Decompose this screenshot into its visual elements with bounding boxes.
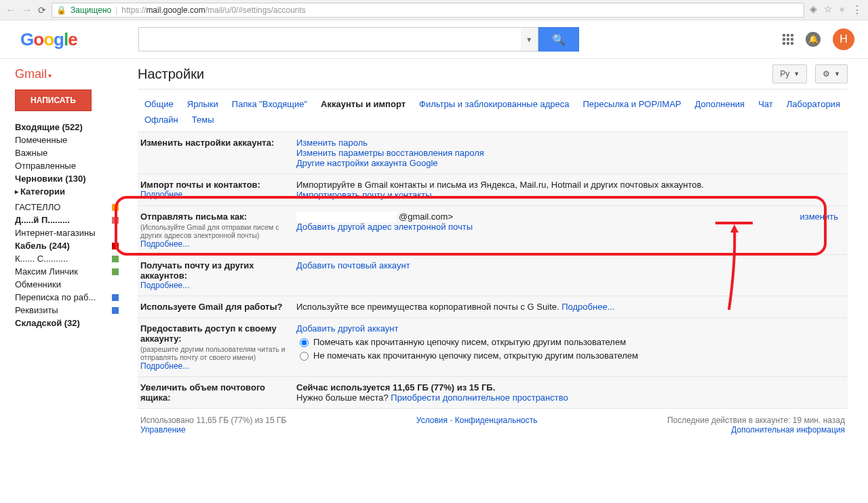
footer: Использовано 11,65 ГБ (77%) из 15 ГБ Упр…	[138, 409, 848, 441]
link-buy-storage[interactable]: Приобрести дополнительное пространство	[391, 393, 568, 403]
row-send-as: Отправлять письма как: (Используйте Gmai…	[138, 206, 848, 255]
back-icon[interactable]: ←	[5, 4, 16, 16]
sidebar-label-item[interactable]: Интернет-магазины	[15, 226, 119, 239]
sidebar-nav-item[interactable]: Черновики (130)	[15, 172, 119, 185]
sidebar-label-item[interactable]: Обменники	[15, 278, 119, 291]
link-add-mail-account[interactable]: Добавить почтовый аккаунт	[296, 260, 845, 270]
sidebar-label-item[interactable]: Складской (32)	[15, 317, 119, 329]
url-text: https://mail.google.com/mail/u/0/#settin…	[121, 5, 305, 15]
tab-0[interactable]: Общие	[138, 96, 180, 112]
radio-not-mark-read[interactable]	[300, 352, 309, 361]
sidebar-nav-item[interactable]: Категории	[15, 185, 119, 198]
omnibox[interactable]: 🔒 Защищено | https://mail.google.com/mai…	[52, 3, 804, 18]
search-dropdown-icon[interactable]: ▼	[521, 27, 538, 52]
label-color-icon	[112, 294, 119, 301]
caret-down-icon: ▾	[48, 72, 52, 79]
star-icon[interactable]: ☆	[824, 3, 833, 16]
reload-icon[interactable]: ⟳	[38, 5, 46, 16]
sidebar-nav-item[interactable]: Отправленные	[15, 159, 119, 172]
lock-icon: 🔒	[56, 5, 66, 15]
label-color-icon	[112, 204, 119, 211]
footer-activity: Последние действия в аккаунте: 19 мин. н…	[667, 416, 845, 425]
link-change-password[interactable]: Изменить пароль	[296, 138, 845, 148]
sendas-email: ████████████████ @gmail.com>	[296, 212, 453, 222]
extension-icon[interactable]: ◈	[810, 3, 817, 16]
link-getmail-more[interactable]: Подробнее...	[140, 281, 290, 290]
label-color-icon	[112, 268, 119, 275]
row-storage: Увеличить объем почтового ящика: Сейчас …	[138, 377, 848, 409]
settings-content: Настройки Ру▼ ⚙▼ ОбщиеЯрлыкиПапка "Входя…	[119, 59, 868, 441]
tab-4[interactable]: Фильтры и заблокированные адреса	[412, 96, 576, 112]
sidebar-label-item[interactable]: ГАСТЕЛЛО	[15, 201, 119, 214]
apps-icon[interactable]	[783, 34, 793, 45]
sidebar-nav-item[interactable]: Входящие (522)	[15, 121, 119, 134]
link-other-google-settings[interactable]: Другие настройки аккаунта Google	[296, 158, 845, 168]
link-import-mail[interactable]: Импортировать почту и контакты	[296, 190, 845, 200]
link-recovery-settings[interactable]: Изменить параметры восстановления пароля	[296, 148, 845, 158]
link-add-another-account[interactable]: Добавить другой аккаунт	[296, 323, 845, 334]
link-terms[interactable]: Условия	[416, 416, 448, 425]
sidebar-label-item[interactable]: Максим Линчик	[15, 265, 119, 278]
link-manage-storage[interactable]: Управление	[140, 425, 186, 435]
gmail-logo[interactable]: Gmail▾	[15, 67, 119, 81]
row-grant-access: Предоставить доступ к своему аккаунту: (…	[138, 318, 848, 377]
label-color-icon	[112, 307, 119, 314]
sidebar-label-item[interactable]: Д.....й П.........	[15, 214, 119, 226]
settings-tabs: ОбщиеЯрлыкиПапка "Входящие"Аккаунты и им…	[138, 89, 848, 127]
profile-icon[interactable]: ●	[840, 3, 845, 16]
radio-mark-read[interactable]	[300, 338, 309, 347]
search-button[interactable]: 🔍	[538, 27, 579, 52]
search-box: ▼ 🔍	[138, 27, 579, 52]
label-color-icon	[112, 243, 119, 249]
gear-icon: ⚙	[823, 69, 830, 79]
kebab-menu-icon[interactable]: ⋮	[852, 3, 863, 16]
search-icon: 🔍	[552, 33, 566, 46]
tab-2[interactable]: Папка "Входящие"	[225, 96, 314, 112]
tab-3[interactable]: Аккаунты и импорт	[314, 96, 412, 112]
tab-7[interactable]: Чат	[751, 96, 780, 112]
link-sendas-more[interactable]: Подробнее...	[140, 239, 290, 249]
search-input[interactable]	[138, 27, 521, 52]
settings-gear-button[interactable]: ⚙▼	[815, 64, 848, 83]
settings-body: Изменить настройки аккаунта: Изменить па…	[138, 132, 848, 409]
sidebar-label-item[interactable]: Кабель (244)	[15, 239, 119, 252]
link-activity-details[interactable]: Дополнительная информация	[731, 425, 845, 435]
page-title: Настройки	[138, 66, 204, 82]
sidebar: Gmail▾ НАПИСАТЬ Входящие (522)Помеченные…	[0, 59, 119, 441]
label-color-icon	[112, 217, 119, 224]
label-color-icon	[112, 256, 119, 262]
language-selector[interactable]: Ру▼	[772, 64, 807, 83]
tab-8[interactable]: Лаборатория	[780, 96, 847, 112]
link-gsuite-more[interactable]: Подробнее...	[561, 302, 614, 312]
link-import-more[interactable]: Подробнее...	[140, 190, 290, 199]
sidebar-label-item[interactable]: К...... С..........	[15, 252, 119, 265]
forward-icon[interactable]: →	[22, 4, 33, 16]
sidebar-label-item[interactable]: Реквизиты	[15, 304, 119, 317]
browser-right-icons: ◈ ☆ ● ⋮	[810, 3, 863, 16]
sidebar-nav-item[interactable]: Помеченные	[15, 134, 119, 146]
row-gsuite: Используете Gmail для работы? Используйт…	[138, 296, 848, 318]
notifications-icon[interactable]: 🔔	[806, 32, 821, 47]
tab-5[interactable]: Пересылка и POP/IMAP	[576, 96, 688, 112]
tab-10[interactable]: Темы	[185, 112, 221, 127]
tab-1[interactable]: Ярлыки	[180, 96, 225, 112]
link-edit-sendas[interactable]: изменить	[800, 212, 838, 222]
avatar[interactable]: Н	[833, 28, 854, 50]
row-get-mail: Получать почту из других аккаунтов: Подр…	[138, 255, 848, 296]
tab-9[interactable]: Офлайн	[138, 112, 185, 127]
sidebar-label-item[interactable]: Переписка по раб...	[15, 291, 119, 304]
row-import: Импорт почты и контактов: Подробнее... И…	[138, 174, 848, 206]
nav-arrows: ← →	[5, 4, 33, 16]
compose-button[interactable]: НАПИСАТЬ	[15, 89, 92, 111]
footer-storage-used: Использовано 11,65 ГБ (77%) из 15 ГБ	[140, 416, 286, 425]
sidebar-nav-item[interactable]: Важные	[15, 146, 119, 159]
browser-address-bar: ← → ⟳ 🔒 Защищено | https://mail.google.c…	[0, 0, 868, 20]
link-privacy[interactable]: Конфиденциальность	[455, 416, 538, 425]
link-grant-more[interactable]: Подробнее...	[140, 361, 290, 371]
secure-label: Защищено	[71, 5, 111, 15]
google-logo[interactable]: Google	[20, 29, 77, 50]
row-account-settings: Изменить настройки аккаунта: Изменить па…	[138, 132, 848, 174]
link-add-another-address[interactable]: Добавить другой адрес электронной почты	[296, 222, 764, 232]
tab-6[interactable]: Дополнения	[688, 96, 752, 112]
google-header: Google ▼ 🔍 🔔 Н	[0, 20, 868, 59]
